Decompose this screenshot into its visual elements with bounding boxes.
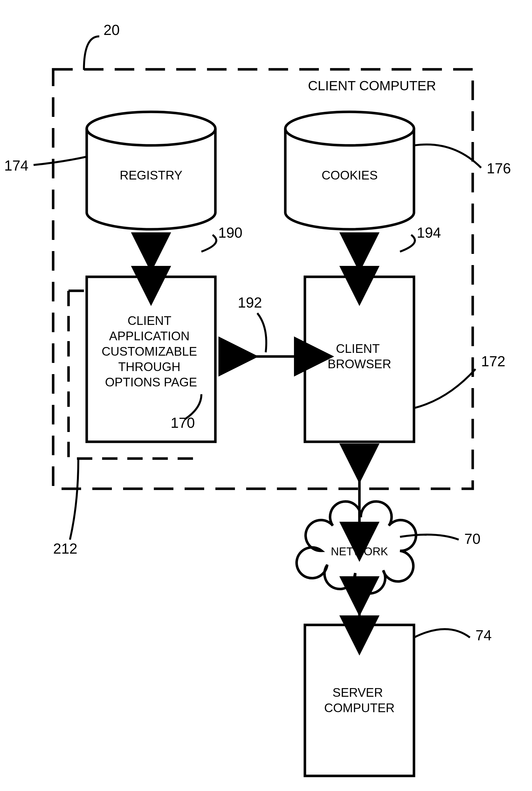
ref-170: 170 <box>171 414 195 431</box>
lead-70 <box>400 535 459 540</box>
ref-212: 212 <box>53 540 77 557</box>
lead-174 <box>34 157 87 165</box>
network-cloud: NETWORK <box>297 501 416 593</box>
svg-point-1 <box>285 112 414 146</box>
lead-190 <box>202 235 216 252</box>
client-app-label: CLIENT APPLICATION CUSTOMIZABLE THROUGH … <box>101 314 201 389</box>
client-computer-label: CLIENT COMPUTER <box>308 78 436 93</box>
client-app-box <box>87 277 215 442</box>
lead-20 <box>84 36 99 70</box>
ref-172: 172 <box>481 353 506 369</box>
ref-192: 192 <box>238 294 262 311</box>
lead-192 <box>257 313 266 352</box>
cookies-label: COOKIES <box>322 168 378 182</box>
server-label: SERVER COMPUTER <box>324 686 395 715</box>
registry-cylinder: REGISTRY <box>87 112 215 229</box>
ref-176: 176 <box>487 160 511 176</box>
lead-194 <box>400 235 415 252</box>
lead-74 <box>414 629 470 637</box>
ref-70: 70 <box>464 531 480 547</box>
lead-176 <box>414 144 481 168</box>
lead-172 <box>413 369 475 408</box>
network-label: NETWORK <box>331 545 388 558</box>
cookies-cylinder: COOKIES <box>285 112 414 229</box>
ref-74: 74 <box>475 627 492 643</box>
client-computer-boundary <box>53 69 473 489</box>
ref-174: 174 <box>4 157 28 174</box>
ref-20: 20 <box>103 22 120 38</box>
ref-190: 190 <box>218 225 243 241</box>
server-box <box>305 625 414 776</box>
client-browser-label: CLIENT BROWSER <box>327 342 391 371</box>
lead-212 <box>70 459 78 540</box>
svg-point-0 <box>87 112 215 146</box>
registry-label: REGISTRY <box>120 168 183 182</box>
ref-194: 194 <box>417 225 441 241</box>
diagram-root: 20 CLIENT COMPUTER REGISTRY 174 190 COOK… <box>0 0 532 791</box>
